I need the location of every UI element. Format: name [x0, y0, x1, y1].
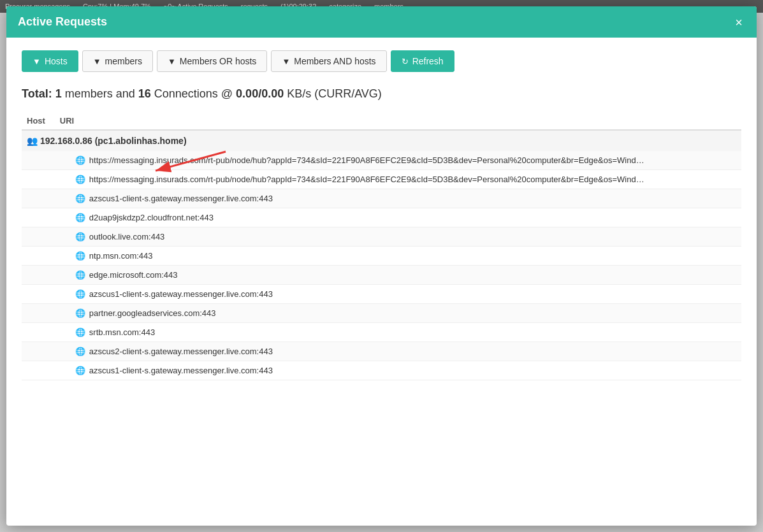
refresh-icon: ↻ — [402, 57, 409, 66]
uri-cell: 🌐azscus1-client-s.gateway.messenger.live… — [55, 285, 741, 304]
uri-host-cell — [22, 304, 55, 323]
host-column-header: Host — [22, 112, 55, 130]
connection-count: 16 — [138, 87, 151, 100]
uri-text: srtb.msn.com:443 — [89, 327, 155, 337]
filter-members-and-hosts-label: Members AND hosts — [294, 56, 375, 66]
toolbar: ▼ Hosts ▼ members ▼ Members OR hosts ▼ M… — [22, 50, 741, 72]
globe-icon: 🌐 — [75, 327, 85, 337]
uri-host-cell — [22, 266, 55, 285]
refresh-label: Refresh — [412, 56, 444, 66]
globe-icon: 🌐 — [75, 213, 85, 222]
filter-hosts-button[interactable]: ▼ Hosts — [22, 50, 78, 72]
uri-host-cell — [22, 361, 55, 380]
rate-value: 0.00/0.00 — [236, 87, 284, 100]
globe-icon: 🌐 — [75, 308, 85, 318]
uri-cell: 🌐https://messaging.insurads.com/rt-pub/n… — [55, 151, 741, 170]
table-container: Host URI 👥192.168.0.86 (pc1.abolinhas.ho… — [22, 112, 741, 380]
uri-text: ntp.msn.com:443 — [89, 251, 153, 261]
filter-and-icon: ▼ — [282, 57, 290, 66]
uri-row: 🌐https://messaging.insurads.com/rt-pub/n… — [22, 151, 741, 170]
table-row: 👥192.168.0.86 (pc1.abolinhas.home) — [22, 130, 741, 151]
uri-host-cell — [22, 189, 55, 208]
summary-line: Total: 1 members and 16 Connections @ 0.… — [22, 87, 741, 101]
uri-host-cell — [22, 247, 55, 266]
table-head: Host URI — [22, 112, 741, 130]
filter-members-button[interactable]: ▼ members — [82, 50, 153, 72]
uri-row: 🌐d2uap9jskdzp2.cloudfront.net:443 — [22, 208, 741, 227]
host-group-icon: 👥 — [27, 136, 38, 146]
uri-host-cell — [22, 285, 55, 304]
uri-cell: 🌐azscus2-client-s.gateway.messenger.live… — [55, 342, 741, 361]
uri-cell: 🌐d2uap9jskdzp2.cloudfront.net:443 — [55, 208, 741, 227]
globe-icon: 🌐 — [75, 347, 85, 356]
filter-members-and-hosts-button[interactable]: ▼ Members AND hosts — [271, 50, 386, 72]
uri-cell: 🌐partner.googleadservices.com:443 — [55, 304, 741, 323]
uri-host-cell — [22, 151, 55, 170]
uri-host-cell — [22, 227, 55, 247]
table-header-row: Host URI — [22, 112, 741, 130]
member-count: 1 — [52, 87, 65, 100]
uri-cell: 🌐edge.microsoft.com:443 — [55, 266, 741, 285]
filter-members-or-hosts-label: Members OR hosts — [180, 56, 257, 66]
uri-row: 🌐azscus1-client-s.gateway.messenger.live… — [22, 285, 741, 304]
filter-members-or-hosts-button[interactable]: ▼ Members OR hosts — [157, 50, 267, 72]
uri-cell: 🌐https://messaging.insurads.com/rt-pub/n… — [55, 170, 741, 189]
globe-icon: 🌐 — [75, 155, 85, 165]
globe-icon: 🌐 — [75, 251, 85, 261]
uri-row: 🌐srtb.msn.com:443 — [22, 323, 741, 342]
connections-text: Connections @ — [151, 87, 236, 100]
total-label: Total: — [22, 87, 52, 100]
modal-body: ▼ Hosts ▼ members ▼ Members OR hosts ▼ M… — [6, 38, 757, 526]
refresh-button[interactable]: ↻ Refresh — [391, 50, 454, 72]
active-requests-modal: Active Requests × ▼ Hosts ▼ members ▼ Me… — [6, 6, 757, 526]
uri-text: outlook.live.com:443 — [89, 232, 165, 241]
globe-icon: 🌐 — [75, 366, 85, 375]
uri-row: 🌐azscus1-client-s.gateway.messenger.live… — [22, 361, 741, 380]
uri-host-cell — [22, 170, 55, 189]
uri-row: 🌐azscus2-client-s.gateway.messenger.live… — [22, 342, 741, 361]
globe-icon: 🌐 — [75, 175, 85, 184]
uri-row: 🌐ntp.msn.com:443 — [22, 247, 741, 266]
host-name: 192.168.0.86 (pc1.abolinhas.home) — [40, 136, 187, 146]
uri-text: https://messaging.insurads.com/rt-pub/no… — [89, 175, 644, 184]
requests-table: Host URI 👥192.168.0.86 (pc1.abolinhas.ho… — [22, 112, 741, 380]
uri-row: 🌐https://messaging.insurads.com/rt-pub/n… — [22, 170, 741, 189]
uri-text: azscus1-client-s.gateway.messenger.live.… — [89, 366, 273, 375]
uri-text: edge.microsoft.com:443 — [89, 270, 178, 280]
rate-unit: KB/s (CURR/AVG) — [284, 87, 382, 100]
modal-header: Active Requests × — [6, 6, 757, 38]
uri-host-cell — [22, 208, 55, 227]
modal-title: Active Requests — [18, 15, 107, 29]
uri-text: https://messaging.insurads.com/rt-pub/no… — [89, 155, 644, 165]
uri-text: partner.googleadservices.com:443 — [89, 308, 216, 318]
uri-cell: 🌐srtb.msn.com:443 — [55, 323, 741, 342]
filter-members-icon: ▼ — [93, 57, 101, 66]
uri-host-cell — [22, 323, 55, 342]
uri-text: azscus1-client-s.gateway.messenger.live.… — [89, 194, 273, 203]
uri-text: d2uap9jskdzp2.cloudfront.net:443 — [89, 213, 214, 222]
filter-members-label: members — [105, 56, 142, 66]
uri-cell: 🌐ntp.msn.com:443 — [55, 247, 741, 266]
modal-close-button[interactable]: × — [732, 16, 745, 29]
members-text: members and — [65, 87, 138, 100]
globe-icon: 🌐 — [75, 270, 85, 280]
uri-host-cell — [22, 342, 55, 361]
filter-or-icon: ▼ — [168, 57, 176, 66]
uri-text: azscus1-client-s.gateway.messenger.live.… — [89, 289, 273, 299]
globe-icon: 🌐 — [75, 289, 85, 299]
filter-hosts-icon: ▼ — [33, 57, 41, 66]
uri-row: 🌐partner.googleadservices.com:443 — [22, 304, 741, 323]
uri-text: azscus2-client-s.gateway.messenger.live.… — [89, 347, 273, 356]
uri-cell: 🌐outlook.live.com:443 — [55, 227, 741, 247]
uri-cell: 🌐azscus1-client-s.gateway.messenger.live… — [55, 361, 741, 380]
uri-column-header: URI — [55, 112, 741, 130]
uri-row: 🌐outlook.live.com:443 — [22, 227, 741, 247]
uri-cell: 🌐azscus1-client-s.gateway.messenger.live… — [55, 189, 741, 208]
uri-row: 🌐azscus1-client-s.gateway.messenger.live… — [22, 189, 741, 208]
uri-row: 🌐edge.microsoft.com:443 — [22, 266, 741, 285]
table-body: 👥192.168.0.86 (pc1.abolinhas.home)🌐https… — [22, 130, 741, 380]
globe-icon: 🌐 — [75, 232, 85, 241]
globe-icon: 🌐 — [75, 194, 85, 203]
filter-hosts-label: Hosts — [45, 56, 68, 66]
modal-overlay: Procurar mensagens Cpu:7% | Mem:49.7% ~0… — [0, 0, 763, 532]
